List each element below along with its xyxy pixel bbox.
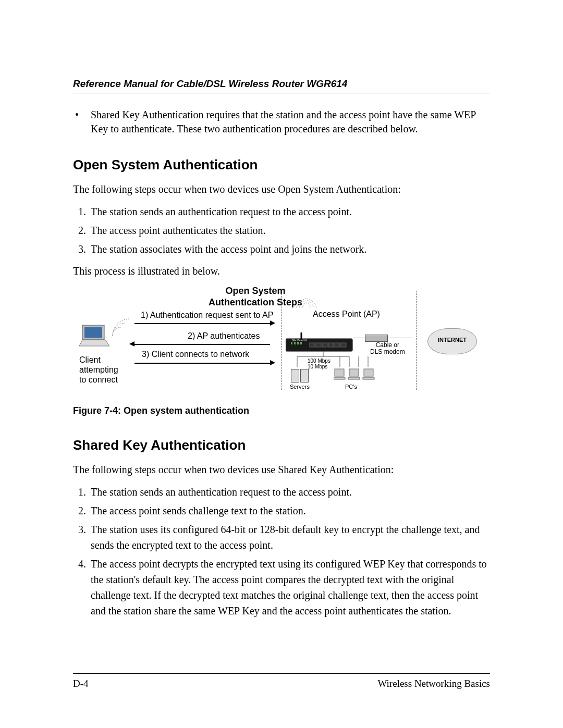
servers-label: Servers [290, 384, 310, 390]
svg-rect-9 [310, 343, 315, 347]
modem-icon [365, 335, 388, 342]
svg-rect-19 [348, 377, 360, 379]
svg-rect-18 [349, 369, 359, 376]
svg-rect-17 [334, 377, 345, 379]
internet-label: INTERNET [427, 337, 477, 343]
connection-line [387, 338, 412, 338]
arrow-line [134, 363, 270, 364]
header-divider [73, 93, 490, 93]
section2-steps-list: The station sends an authentication requ… [73, 484, 490, 619]
arrow-head-icon [129, 341, 134, 347]
bandwidth-label-line1: 100 Mbps [308, 358, 331, 364]
bullet-icon: • [73, 108, 91, 136]
svg-rect-10 [316, 343, 321, 347]
zone-border [282, 291, 283, 390]
client-label-line2: attempting [79, 365, 118, 374]
manual-header-title: Reference Manual for Cable/DSL Wireless … [73, 78, 490, 90]
pcs-label: PC's [345, 384, 357, 390]
server-icon [300, 369, 309, 382]
svg-rect-21 [363, 377, 374, 379]
section-heading-shared-key: Shared Key Authentication [73, 437, 490, 453]
document-page: Reference Manual for Cable/DSL Wireless … [0, 0, 563, 728]
router-icon: NETGEAR [286, 332, 353, 353]
svg-rect-5 [291, 342, 292, 344]
svg-rect-8 [300, 342, 302, 344]
access-point-zone: Access Point (AP) NETGEAR Cable [282, 286, 417, 395]
list-item: The station sends an authentication requ… [89, 484, 490, 500]
internet-cloud: INTERNET [427, 328, 477, 354]
diagram-title-line1: Open System [225, 286, 285, 296]
list-item: The access point sends challenge text to… [89, 503, 490, 519]
intro-bullet-item: • Shared Key Authentication requires tha… [73, 108, 490, 136]
svg-rect-7 [297, 342, 299, 344]
list-item: The station uses its configured 64-bit o… [89, 522, 490, 553]
access-point-label: Access Point (AP) [313, 310, 380, 319]
client-label: Client attempting to connect [79, 355, 118, 385]
pc-group-icon [334, 368, 381, 384]
connection-line [353, 338, 365, 338]
diagram-step2-text: 2) AP authenticates [188, 331, 260, 341]
svg-rect-13 [335, 343, 340, 347]
list-item: The station associates with the access p… [89, 241, 490, 257]
svg-rect-16 [335, 369, 344, 376]
section-heading-open-system: Open System Authentication [73, 157, 490, 173]
section2-lead: The following steps occur when two devic… [73, 463, 490, 477]
footer-section-title: Wireless Networking Basics [377, 678, 490, 689]
modem-label-line1: Cable or [376, 341, 399, 349]
arrow-head-icon [270, 320, 275, 326]
svg-rect-1 [84, 327, 102, 338]
diagram-step3-text: 3) Client connects to network [142, 350, 249, 359]
arrow-line [134, 323, 270, 324]
svg-rect-12 [328, 343, 334, 347]
open-system-auth-diagram: Open System Authentication Steps 1) Auth… [73, 286, 490, 395]
intro-bullet-text: Shared Key Authentication requires that … [91, 108, 490, 136]
svg-marker-2 [79, 340, 109, 346]
client-label-line1: Client [79, 355, 101, 364]
wifi-icon [111, 317, 131, 338]
list-item: The access point decrypts the encrypted … [89, 556, 490, 619]
diagram-step1-text: 1) Authentication request sent to AP [141, 311, 273, 320]
arrow-head-icon [270, 360, 275, 365]
figure-caption: Figure 7-4: Open system authentication [73, 405, 490, 416]
arrow-line [134, 344, 270, 345]
svg-rect-6 [294, 342, 296, 344]
list-item: The station sends an authentication requ… [89, 204, 490, 219]
page-number: D-4 [73, 678, 89, 689]
svg-rect-11 [322, 343, 327, 347]
list-item: The access point authenticates the stati… [89, 223, 490, 238]
svg-text:NETGEAR: NETGEAR [292, 338, 308, 341]
bandwidth-label: 100 Mbps 10 Mbps [308, 359, 331, 369]
wifi-icon [291, 290, 322, 311]
svg-rect-14 [341, 343, 346, 347]
svg-rect-20 [364, 369, 373, 376]
section1-steps-list: The station sends an authentication requ… [73, 204, 490, 257]
footer-row: D-4 Wireless Networking Basics [73, 678, 490, 689]
page-footer: D-4 Wireless Networking Basics [73, 673, 490, 689]
section1-lead: The following steps occur when two devic… [73, 182, 490, 196]
footer-divider [73, 673, 490, 674]
zone-border [416, 291, 417, 390]
section1-tail: This process is illustrated in below. [73, 264, 490, 278]
client-label-line3: to connect [79, 375, 118, 384]
laptop-icon [78, 322, 115, 350]
server-icon [291, 369, 299, 382]
bandwidth-label-line2: 10 Mbps [308, 364, 327, 369]
